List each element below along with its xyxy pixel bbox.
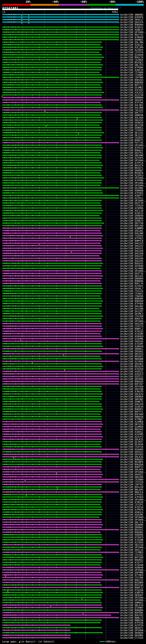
- alignment-bar[interactable]: [2, 92, 103, 93]
- alignment-bar[interactable]: [2, 228, 101, 229]
- alignment-bar[interactable]: [2, 232, 101, 234]
- alignment-bar[interactable]: [2, 502, 101, 502]
- alignment-bar[interactable]: [2, 635, 69, 636]
- alignment-bar[interactable]: [2, 343, 101, 344]
- alignment-bar[interactable]: [2, 137, 100, 138]
- alignment-bar[interactable]: [2, 190, 101, 191]
- alignment-bar[interactable]: [2, 320, 100, 322]
- alignment-bar[interactable]: [2, 54, 101, 55]
- alignment-bar[interactable]: [2, 499, 101, 500]
- alignment-bar[interactable]: [2, 361, 118, 362]
- alignment-bar[interactable]: [2, 97, 101, 98]
- alignment-bar[interactable]: [2, 564, 100, 566]
- alignment-bar[interactable]: [2, 486, 101, 488]
- alignment-bar[interactable]: [2, 506, 101, 508]
- alignment-bar[interactable]: [2, 34, 118, 35]
- alignment-bar[interactable]: [2, 245, 101, 246]
- alignment-bar[interactable]: [2, 526, 101, 528]
- alignment-bar[interactable]: [2, 479, 118, 480]
- alignment-bar[interactable]: [2, 424, 102, 425]
- alignment-bar[interactable]: [2, 238, 101, 239]
- alignment-bar[interactable]: [2, 22, 118, 22]
- alignment-bar[interactable]: [2, 539, 102, 540]
- alignment-bar[interactable]: [2, 265, 101, 266]
- alignment-bar[interactable]: [2, 577, 101, 578]
- alignment-bar[interactable]: [2, 326, 101, 327]
- alignment-bar[interactable]: [2, 280, 100, 282]
- alignment-bar[interactable]: [2, 451, 101, 452]
- alignment-bar[interactable]: [2, 172, 100, 174]
- alignment-bar[interactable]: [2, 532, 100, 533]
- alignment-bar[interactable]: [2, 57, 103, 58]
- alignment-bar[interactable]: [2, 396, 101, 397]
- alignment-bar[interactable]: [2, 466, 101, 468]
- alignment-bar[interactable]: [2, 537, 101, 538]
- alignment-bar[interactable]: [2, 323, 101, 324]
- alignment-bar[interactable]: [2, 383, 118, 384]
- alignment-bar[interactable]: [2, 464, 101, 465]
- alignment-bar[interactable]: [2, 225, 101, 226]
- alignment-bar[interactable]: [2, 594, 101, 596]
- alignment-bar[interactable]: [2, 235, 102, 236]
- alignment-bar[interactable]: [2, 386, 101, 387]
- alignment-bar[interactable]: [2, 519, 101, 520]
- alignment-bar[interactable]: [2, 441, 101, 442]
- alignment-bar[interactable]: [2, 140, 101, 141]
- alignment-bar[interactable]: [2, 182, 101, 184]
- alignment-bar[interactable]: [2, 72, 98, 73]
- alignment-bar[interactable]: [2, 607, 102, 608]
- alignment-bar[interactable]: [2, 215, 98, 216]
- alignment-bar[interactable]: [2, 394, 102, 394]
- alignment-bar[interactable]: [2, 569, 118, 570]
- alignment-bar[interactable]: [2, 622, 100, 623]
- alignment-bar[interactable]: [2, 336, 101, 337]
- alignment-bar[interactable]: [2, 165, 102, 166]
- alignment-bar[interactable]: [2, 100, 118, 100]
- alignment-bar[interactable]: [2, 612, 118, 613]
- alignment-bar[interactable]: [2, 132, 103, 133]
- alignment-bar[interactable]: [2, 630, 69, 631]
- alignment-bar[interactable]: [2, 404, 101, 404]
- alignment-bar[interactable]: [2, 617, 118, 618]
- alignment-bar[interactable]: [2, 253, 101, 254]
- alignment-bar[interactable]: [2, 340, 101, 342]
- alignment-bar[interactable]: [2, 406, 101, 407]
- alignment-bar[interactable]: [2, 218, 101, 219]
- alignment-bar[interactable]: [2, 308, 98, 309]
- alignment-bar[interactable]: [2, 411, 101, 412]
- alignment-bar[interactable]: [2, 426, 101, 427]
- alignment-bar[interactable]: [2, 112, 101, 113]
- alignment-bar[interactable]: [2, 212, 101, 214]
- alignment-bar[interactable]: [2, 366, 102, 367]
- alignment-bar[interactable]: [2, 509, 102, 510]
- alignment-bar[interactable]: [2, 330, 101, 332]
- alignment-bar[interactable]: [2, 597, 101, 598]
- alignment-bar[interactable]: [2, 150, 101, 151]
- alignment-bar[interactable]: [2, 587, 118, 588]
- alignment-bar[interactable]: [2, 368, 101, 370]
- alignment-bar[interactable]: [2, 14, 118, 15]
- alignment-bar[interactable]: [2, 316, 102, 317]
- alignment-bar[interactable]: [2, 346, 102, 347]
- alignment-bar[interactable]: [2, 275, 102, 276]
- alignment-bar[interactable]: [2, 449, 118, 450]
- alignment-bar[interactable]: [2, 562, 101, 563]
- alignment-bar[interactable]: [2, 250, 101, 251]
- alignment-bar[interactable]: [2, 102, 100, 103]
- alignment-bar[interactable]: [2, 529, 118, 530]
- alignment-bar[interactable]: [2, 205, 101, 206]
- alignment-bar[interactable]: [2, 318, 101, 319]
- alignment-bar[interactable]: [2, 496, 102, 498]
- alignment-bar[interactable]: [2, 64, 102, 65]
- alignment-bar[interactable]: [2, 303, 101, 304]
- alignment-bar[interactable]: [2, 524, 102, 525]
- alignment-bar[interactable]: [2, 84, 100, 86]
- alignment-bar[interactable]: [2, 278, 101, 279]
- alignment-bar[interactable]: [2, 255, 98, 256]
- alignment-bar[interactable]: [2, 494, 101, 495]
- alignment-bar[interactable]: [2, 471, 101, 472]
- alignment-bar[interactable]: [2, 306, 101, 306]
- alignment-bar[interactable]: [2, 94, 101, 96]
- alignment-bar[interactable]: [2, 381, 118, 382]
- alignment-bar[interactable]: [2, 260, 101, 261]
